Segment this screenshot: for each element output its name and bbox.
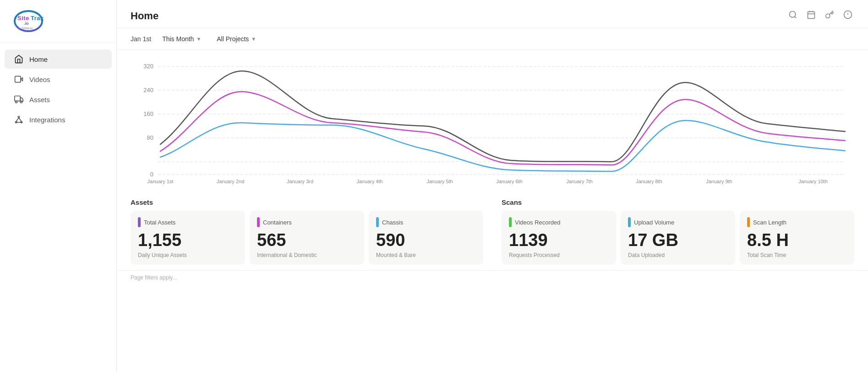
projects-filter-button[interactable]: All Projects ▼ [212,33,261,45]
chassis-value: 590 [376,231,476,250]
svg-point-11 [18,116,19,118]
truck-icon [14,94,24,104]
upload-volume-label: Upload Volume [634,219,674,226]
videos-recorded-sublabel: Requests Processed [509,252,609,258]
svg-rect-6 [15,76,21,82]
sidebar-item-integrations-label: Integrations [29,116,65,124]
videos-recorded-card: Videos Recorded 1139 Requests Processed [502,211,616,265]
svg-text:January 1st: January 1st [147,179,174,184]
line-chart: 320 240 160 80 0 January 1st January 2nd… [131,57,854,190]
containers-card: Containers 565 International & Domestic [250,211,364,265]
scan-length-header: Scan Length [747,217,847,227]
svg-text:240: 240 [143,87,153,93]
svg-text:January 6th: January 6th [496,179,522,184]
main-content: Home [117,0,868,372]
logo-area: Site Trax .io by Netarus [0,0,116,43]
assets-group-title: Assets [131,198,483,206]
chassis-label: Chassis [382,219,403,226]
scan-length-sublabel: Total Scan Time [747,252,847,258]
upload-volume-header: Upload Volume [628,217,728,227]
svg-text:January 7th: January 7th [566,179,592,184]
calendar-button[interactable] [805,8,818,23]
videos-recorded-value: 1139 [509,231,609,250]
svg-text:160: 160 [143,110,153,117]
sidebar-item-assets-label: Assets [29,96,50,104]
nav-menu: Home Videos Assets [0,43,116,136]
scans-cards: Videos Recorded 1139 Requests Processed … [502,211,854,265]
sidebar-item-videos-label: Videos [29,76,50,83]
svg-line-14 [16,118,19,121]
scan-length-dot [747,217,750,227]
upload-volume-sublabel: Data Uploaded [628,252,728,258]
stats-groups: Assets Total Assets 1,155 Daily Unique A… [131,198,854,265]
chart-area: 320 240 160 80 0 January 1st January 2nd… [117,50,868,194]
svg-text:January 3rd: January 3rd [287,179,313,184]
info-button[interactable] [841,8,854,23]
containers-sublabel: International & Domestic [257,252,357,258]
page-title: Home [131,10,158,22]
logo-image: Site Trax .io by Netarus [9,8,78,33]
upload-volume-dot [628,217,631,227]
page-header: Home [117,0,868,28]
svg-text:.io: .io [24,21,29,26]
projects-filter-label: All Projects [217,35,249,43]
sidebar-item-videos[interactable]: Videos [5,70,112,89]
total-assets-label: Total Assets [144,219,175,226]
sidebar-item-home-label: Home [29,55,48,63]
assets-stats-group: Assets Total Assets 1,155 Daily Unique A… [131,198,483,265]
upload-volume-card: Upload Volume 17 GB Data Uploaded [621,211,735,265]
search-button[interactable] [786,8,799,23]
svg-rect-19 [808,11,815,18]
filter-date: Jan 1st [131,35,151,43]
integrations-icon [14,115,24,125]
total-assets-card: Total Assets 1,155 Daily Unique Assets [131,211,245,265]
containers-dot [257,217,260,227]
total-assets-header: Total Assets [138,217,238,227]
header-actions [786,8,854,23]
chassis-card: Chassis 590 Mounted & Bare [369,211,483,265]
sidebar-item-home[interactable]: Home [5,49,112,69]
svg-text:January 10th: January 10th [798,179,828,184]
scan-length-card: Scan Length 8.5 H Total Scan Time [740,211,854,265]
key-button[interactable] [823,8,836,23]
total-assets-dot [138,217,141,227]
svg-text:Site: Site [17,15,29,22]
svg-text:80: 80 [147,134,153,141]
svg-line-15 [19,118,22,121]
video-icon [14,74,24,84]
svg-text:0: 0 [150,171,153,178]
containers-label: Containers [263,219,292,226]
projects-filter-chevron: ▼ [251,36,256,42]
svg-text:320: 320 [143,63,153,70]
filter-bar: Jan 1st This Month ▼ All Projects ▼ [117,28,868,50]
chassis-header: Chassis [376,217,476,227]
svg-point-10 [20,101,22,103]
bottom-bar: Page filters apply... [117,270,868,284]
svg-text:January 4th: January 4th [356,179,382,184]
scans-stats-group: Scans Videos Recorded 1139 Requests Proc… [502,198,854,265]
chart-svg: 320 240 160 80 0 January 1st January 2nd… [131,57,854,190]
stats-section: Assets Total Assets 1,155 Daily Unique A… [117,194,868,270]
svg-point-17 [790,11,796,17]
videos-recorded-dot [509,217,512,227]
svg-text:January 9th: January 9th [706,179,732,184]
sidebar-item-assets[interactable]: Assets [5,90,112,109]
assets-cards: Total Assets 1,155 Daily Unique Assets C… [131,211,483,265]
svg-text:January 2nd: January 2nd [217,179,245,184]
svg-point-9 [16,101,17,103]
svg-text:January 8th: January 8th [636,179,662,184]
svg-text:Trax: Trax [31,15,44,22]
bottom-bar-text: Page filters apply... [131,274,177,281]
containers-header: Containers [257,217,357,227]
total-assets-sublabel: Daily Unique Assets [138,252,238,258]
month-filter-button[interactable]: This Month ▼ [158,33,206,45]
containers-value: 565 [257,231,357,250]
videos-recorded-header: Videos Recorded [509,217,609,227]
home-icon [14,54,24,64]
svg-text:January 5th: January 5th [426,179,453,184]
svg-line-18 [795,16,797,18]
svg-text:by Netarus: by Netarus [17,27,33,30]
upload-volume-value: 17 GB [628,231,728,250]
scan-length-label: Scan Length [753,219,786,226]
sidebar-item-integrations[interactable]: Integrations [5,110,112,129]
